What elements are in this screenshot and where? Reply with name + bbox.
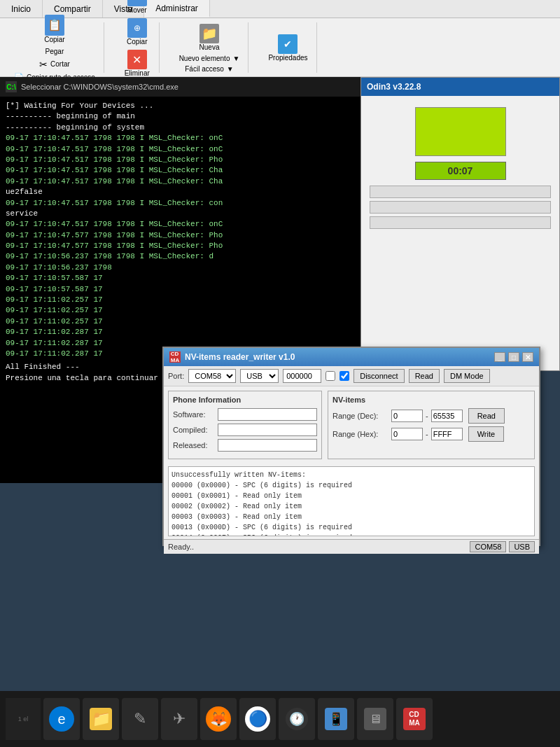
nv-status-bar: Ready.. COM58 USB	[164, 539, 539, 554]
log-line-1: 00000 (0x0000) - SPC (6 digits) is requi…	[172, 480, 531, 491]
minimize-button[interactable]: _	[494, 352, 505, 362]
nv-titlebar[interactable]: CDMA NV-items reader_writer v1.0 _ □ ✕	[164, 348, 539, 366]
eliminar-btn[interactable]: ✕ Eliminar	[122, 48, 153, 78]
status-ready: Ready..	[168, 543, 194, 551]
taskbar-icon-chrome[interactable]: 🔵	[239, 698, 276, 740]
taskbar-icon-folder[interactable]: 📁	[83, 698, 119, 740]
nv-toolbar: Port: COM58 USB Disconnect Read DM Mode	[164, 366, 539, 386]
taskbar: 1 el e 📁 ✎ ✈ 🦊	[0, 691, 560, 747]
taskbar-icon-cdma[interactable]: CDMA	[396, 698, 433, 740]
monitor-icon: 🖥	[369, 712, 382, 727]
range-hex-label: Range (Hex):	[332, 430, 388, 438]
nv-title: NV-items reader_writer v1.0	[185, 352, 295, 362]
tab-inicio[interactable]: Inicio	[0, 0, 43, 18]
nueva-btn[interactable]: 📁 Nueva	[197, 22, 223, 53]
file-explorer: Inicio Compartir Vista Administrar 📋 Cop…	[0, 0, 560, 77]
copiar-op-btn[interactable]: ⊕ Copiar	[124, 17, 150, 47]
port-select[interactable]: COM58	[188, 369, 236, 383]
tab-administrar[interactable]: Administrar	[144, 0, 210, 18]
log-line-5: 00013 (0x000D) - SPC (6 digits) is requi…	[172, 522, 531, 533]
nv-items-title: NV-items	[332, 396, 530, 404]
range-dec-row: Range (Dec): - Read	[332, 408, 530, 424]
airplane-icon: ✈	[173, 710, 186, 728]
pegar-btn[interactable]: Pegar	[43, 46, 67, 57]
disconnect-button[interactable]: Disconnect	[354, 369, 404, 383]
odin-window: Odin3 v3.22.8 00:07	[360, 77, 560, 371]
taskbar-icon-phone[interactable]: 📱	[318, 698, 354, 740]
propiedades-btn[interactable]: ✔ Propiedades	[265, 33, 310, 63]
read-button[interactable]: Read	[468, 408, 505, 424]
status-badges: COM58 USB	[470, 541, 535, 552]
software-label: Software:	[173, 410, 215, 419]
range-hex-end[interactable]	[431, 428, 463, 440]
taskbar-icon-pen[interactable]: ✎	[122, 698, 158, 740]
browser-icon: e	[57, 711, 65, 727]
facil-acceso-btn[interactable]: Fácil acceso ▼	[182, 64, 236, 74]
cmd-titlebar[interactable]: C:\ Seleccionar C:\WINDOWS\system32\cmd.…	[0, 77, 364, 97]
log-line-2: 00001 (0x0001) - Read only item	[172, 491, 531, 501]
taskbar-icon-clock[interactable]: 🕐	[279, 698, 315, 740]
odin-status-box	[415, 107, 506, 156]
taskbar-icon-firefox[interactable]: 🦊	[200, 698, 237, 740]
pen-icon: ✎	[134, 710, 146, 728]
nv-log-area: Unsuccessfully written NV-items: 00000 (…	[168, 466, 535, 536]
released-label: Released:	[173, 441, 215, 449]
odin-titlebar[interactable]: Odin3 v3.22.8	[361, 78, 559, 96]
cortar-btn[interactable]: ✂ Cortar	[36, 58, 73, 71]
nv-checkbox[interactable]	[326, 371, 335, 381]
nv-body: Phone Information Software: Compiled: Re…	[164, 386, 539, 463]
phone-info-section: Phone Information Software: Compiled: Re…	[168, 391, 322, 459]
log-line-3: 00002 (0x0002) - Read only item	[172, 501, 531, 512]
folder-icon: 📁	[92, 710, 111, 728]
nuevo-elemento-btn[interactable]: Nuevo elemento ▼	[176, 54, 243, 63]
nv-id-input[interactable]	[283, 369, 321, 383]
taskbar-icon-monitor[interactable]: 🖥	[357, 698, 393, 740]
range-hex-start[interactable]	[391, 428, 423, 440]
odin-content: 00:07	[361, 96, 559, 235]
log-line-4: 00003 (0x0003) - Read only item	[172, 512, 531, 522]
organize-group: → Mover ⊕ Copiar ✕ Eliminar T Cambiar	[115, 22, 160, 73]
compiled-input[interactable]	[218, 424, 317, 436]
mover-btn[interactable]: → Mover	[125, 0, 150, 15]
maximize-button[interactable]: □	[508, 352, 519, 362]
range-dec-label: Range (Dec):	[332, 412, 388, 420]
odin-progress-bar-2	[370, 201, 551, 214]
odin-progress-area	[367, 186, 554, 229]
odin-title: Odin3 v3.22.8	[367, 82, 421, 92]
nv-titlebar-left: CDMA NV-items reader_writer v1.0	[169, 351, 295, 363]
odin-progress-bar-3	[370, 216, 551, 229]
range-hex-sep: -	[426, 430, 428, 438]
close-button[interactable]: ✕	[522, 352, 533, 362]
status-usb-badge: USB	[509, 541, 535, 552]
range-dec-start[interactable]	[391, 410, 423, 422]
taskbar-icon-browser[interactable]: e	[43, 698, 80, 740]
clipboard-group: 📋 Copiar Pegar ✂ Cortar 📄 Copiar ruta de…	[6, 22, 104, 73]
clock-icon: 🕐	[289, 711, 304, 727]
status-port-badge: COM58	[470, 541, 506, 552]
taskbar-icon-airplane[interactable]: ✈	[161, 698, 197, 740]
usb-select[interactable]: USB	[240, 369, 279, 383]
nv-checkbox2[interactable]	[340, 371, 349, 381]
new-group: 📁 Nueva Nuevo elemento ▼ Fácil acceso ▼	[171, 22, 249, 73]
port-label: Port:	[168, 372, 184, 380]
copiar-btn[interactable]: 📋 Copiar	[41, 13, 67, 45]
nv-items-window: CDMA NV-items reader_writer v1.0 _ □ ✕ P…	[162, 347, 540, 546]
cmd-icon: C:\	[6, 81, 17, 92]
software-input[interactable]	[218, 408, 317, 421]
phone-icon: 📱	[328, 711, 344, 727]
read-toolbar-button[interactable]: Read	[409, 369, 440, 383]
cmd-title: Seleccionar C:\WINDOWS\system32\cmd.exe	[21, 83, 178, 91]
phone-info-title: Phone Information	[173, 396, 317, 404]
write-button[interactable]: Write	[468, 426, 504, 442]
dm-mode-button[interactable]: DM Mode	[444, 369, 490, 383]
software-row: Software:	[173, 408, 317, 421]
released-row: Released:	[173, 439, 317, 452]
compiled-label: Compiled:	[173, 426, 215, 434]
odin-timer: 00:07	[415, 162, 506, 180]
toolbar-tabs: Inicio Compartir Vista Administrar	[0, 0, 560, 18]
odin-progress-bar-1	[370, 186, 551, 198]
released-input[interactable]	[218, 439, 317, 452]
range-dec-end[interactable]	[431, 410, 463, 422]
nv-window-controls: _ □ ✕	[494, 352, 533, 362]
taskbar-start-area: 1 el	[6, 698, 41, 740]
